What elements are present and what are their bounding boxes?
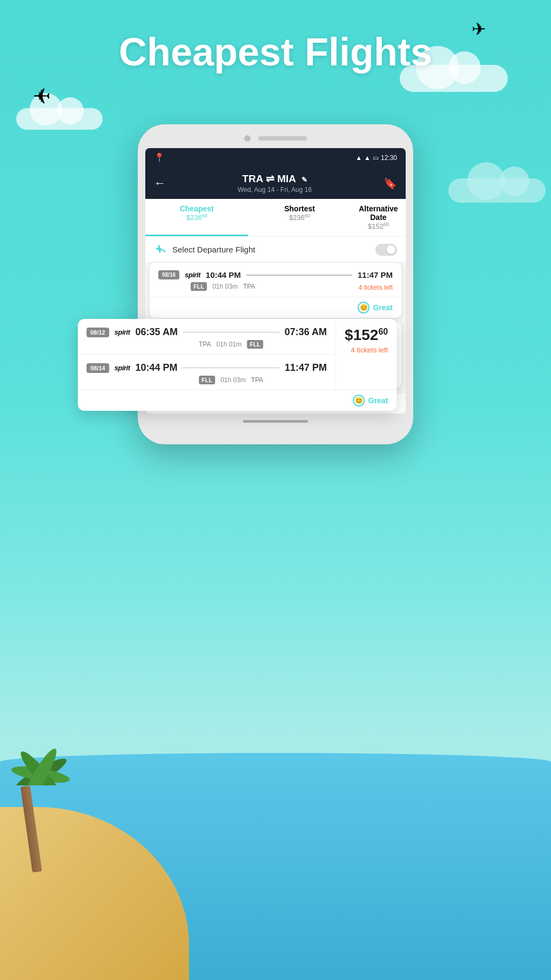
- cloud-2: [16, 108, 103, 130]
- time-to-f2: 11:47 PM: [285, 362, 327, 374]
- tab-shortest[interactable]: Shortest $23660: [248, 199, 351, 236]
- segment-featured-2: 08/14 spirit 10:44 PM 11:47 PM FLL 01h 0…: [78, 355, 335, 390]
- nav-title: TRA ⇌ MIA ✎ Wed, Aug 14 - Fri, Aug 16: [173, 172, 376, 194]
- dur-f2: 01h 03m: [220, 376, 246, 384]
- tab-cheapest-price: $23660: [149, 213, 245, 222]
- from-badge-2: FLL: [191, 282, 207, 291]
- departure-header: Select Departure Flight: [145, 237, 406, 263]
- phone-speaker: [258, 136, 307, 141]
- tab-cheapest-label: Cheapest: [149, 204, 245, 213]
- nav-bar: ← TRA ⇌ MIA ✎ Wed, Aug 14 - Fri, Aug 16 …: [145, 167, 406, 199]
- flight-row-f2: 08/14 spirit 10:44 PM 11:47 PM: [86, 362, 327, 374]
- segments-col-2: 08/16 spirit 10:44 PM 11:47 PM FLL 01h 0…: [150, 263, 401, 297]
- from-badge-f2: FLL: [199, 376, 215, 384]
- time-to-f1: 07:36 AM: [285, 326, 327, 338]
- route-label: TRA ⇌ MIA ✎: [173, 172, 376, 185]
- to-badge-f1: FLL: [247, 340, 263, 349]
- palm-leaves: [8, 742, 73, 785]
- great-badge-featured: 😊 Great: [78, 390, 397, 411]
- time-from-f1: 06:35 AM: [136, 326, 178, 338]
- airline-f1: spirit: [115, 328, 130, 336]
- great-label-featured: Great: [368, 396, 388, 405]
- segment-featured-1: 08/12 spirit 06:35 AM 07:36 AM TPA 01h 0…: [78, 319, 335, 355]
- date-f2: 08/14: [86, 363, 109, 373]
- tabs-bar: Cheapest $23660 Shortest $23660 Alternat…: [145, 199, 406, 237]
- great-badge-2: 😊 Great: [150, 297, 401, 318]
- segment-2: 08/16 spirit 10:44 PM 11:47 PM FLL 01h 0…: [150, 263, 401, 297]
- location-icon: 📍: [154, 152, 165, 163]
- date-range: Wed, Aug 14 - Fri, Aug 16: [173, 186, 376, 194]
- departure-plane-icon: [154, 243, 167, 256]
- time-to-2: 11:47 PM: [358, 270, 393, 279]
- status-bar: 📍 ▲ ▲ ▭ 12:30: [145, 148, 406, 167]
- route-text: TRA ⇌ MIA: [242, 173, 295, 184]
- great-label-2: Great: [373, 303, 393, 312]
- line-f2: [183, 368, 279, 369]
- featured-card-inner: 08/12 spirit 06:35 AM 07:36 AM TPA 01h 0…: [78, 319, 397, 390]
- date-badge-2: 08/16: [158, 270, 179, 279]
- airline-f2: spirit: [115, 364, 130, 372]
- tab-shortest-label: Shortest: [251, 204, 347, 213]
- time-from-f2: 10:44 PM: [136, 362, 178, 374]
- great-icon-2: 😊: [358, 302, 369, 314]
- departure-toggle[interactable]: [375, 244, 397, 256]
- edit-icon[interactable]: ✎: [301, 176, 307, 184]
- time-display: 12:30: [381, 154, 397, 162]
- phone-camera: [244, 135, 251, 142]
- airplane-1: ✈: [32, 84, 51, 109]
- palm-tree: [32, 785, 42, 872]
- tab-shortest-price: $23660: [251, 213, 347, 222]
- to-tag-2: TPA: [243, 283, 255, 290]
- wifi-icon: ▲: [355, 154, 362, 162]
- battery-icon: ▭: [373, 154, 379, 162]
- to-f2: TPA: [251, 376, 263, 384]
- tickets-left-2: 4 tickets left: [359, 284, 393, 291]
- date-f1: 08/12: [86, 328, 109, 337]
- line-f1: [183, 332, 279, 333]
- phone-notch: [145, 135, 406, 142]
- flight-row-f1: 08/12 spirit 06:35 AM 07:36 AM: [86, 326, 327, 338]
- signal-icon: ▲: [364, 154, 371, 162]
- flight-row-2: 08/16 spirit 10:44 PM 11:47 PM: [158, 270, 393, 279]
- status-icons: ▲ ▲ ▭ 12:30: [355, 154, 397, 162]
- featured-segments: 08/12 spirit 06:35 AM 07:36 AM TPA 01h 0…: [78, 319, 335, 390]
- toggle-knob: [387, 245, 395, 254]
- dur-f1: 01h 01m: [216, 341, 241, 348]
- status-left: 📍: [154, 152, 165, 163]
- tab-altdate[interactable]: Alternative Date $15260: [351, 199, 406, 236]
- great-icon-featured: 😊: [353, 395, 365, 406]
- time-from-2: 10:44 PM: [206, 270, 241, 279]
- departure-label: Select Departure Flight: [172, 245, 370, 254]
- tab-altdate-label: Alternative Date: [354, 204, 402, 222]
- detail-f1: TPA 01h 01m FLL: [86, 340, 327, 349]
- detail-row-2: FLL 01h 03m TPA 4 tickets left: [158, 282, 393, 291]
- price-section-featured: $15260 4 tickets left: [335, 319, 397, 390]
- tab-cheapest[interactable]: Cheapest $23660: [145, 199, 248, 236]
- page-title: Cheapest Flights: [0, 30, 551, 74]
- back-button[interactable]: ←: [154, 176, 166, 190]
- flight-card-2[interactable]: 08/16 spirit 10:44 PM 11:47 PM FLL 01h 0…: [150, 263, 401, 318]
- cloud-3: [448, 178, 546, 203]
- from-f1: TPA: [199, 341, 211, 348]
- detail-f2: FLL 01h 03m TPA: [86, 376, 327, 384]
- bookmark-button[interactable]: 🔖: [384, 177, 397, 190]
- featured-price: $15260: [345, 326, 388, 344]
- home-bar[interactable]: [243, 420, 308, 423]
- duration-2: 01h 03m: [212, 283, 238, 290]
- airline-2: spirit: [185, 271, 200, 279]
- flight-line-2: [246, 275, 352, 276]
- tab-altdate-price: $15260: [354, 222, 402, 230]
- tickets-left-featured: 4 tickets left: [345, 346, 388, 354]
- flight-card-2-inner: 08/16 spirit 10:44 PM 11:47 PM FLL 01h 0…: [150, 263, 401, 297]
- featured-flight-card[interactable]: 08/12 spirit 06:35 AM 07:36 AM TPA 01h 0…: [78, 319, 397, 411]
